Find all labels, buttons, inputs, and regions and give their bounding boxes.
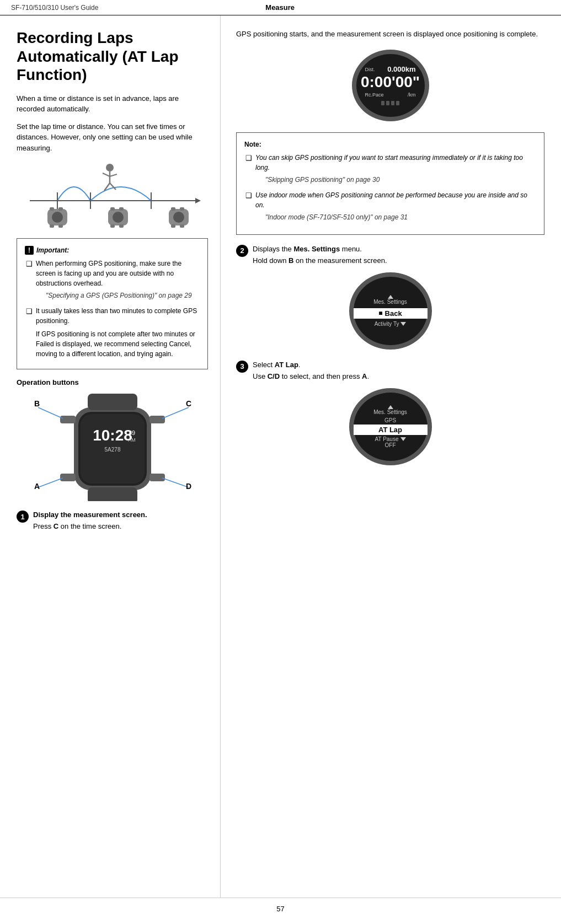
svg-text:B: B (34, 399, 40, 408)
checkbox-sym-1: ❑ (26, 259, 33, 303)
header-title: Measure (98, 3, 462, 12)
important-item-2: ❑ It usually takes less than two minutes… (25, 306, 200, 359)
operation-buttons-title: Operation buttons (17, 378, 208, 386)
svg-text:39: 39 (128, 429, 135, 436)
svg-rect-12 (110, 207, 115, 211)
pace-unit: /km (408, 92, 416, 98)
note-link-2[interactable]: "Indoor mode (SF-710/SF-510 only)" on pa… (265, 212, 536, 222)
svg-rect-14 (110, 224, 115, 228)
time-value: 0:00'00" (361, 74, 420, 90)
svg-rect-9 (58, 224, 63, 228)
at-lap-title: Mes. Settings (373, 409, 407, 415)
svg-rect-40 (60, 474, 76, 481)
svg-rect-19 (180, 207, 184, 211)
content-area: Recording Laps Automatically (AT Lap Fun… (0, 15, 561, 898)
important-title: ! Important: (25, 245, 200, 255)
dist-value: 0.000km (387, 65, 415, 73)
at-lap-triangle-up (388, 405, 393, 409)
svg-line-46 (38, 478, 63, 487)
step-3-content: Select AT Lap. Use C/D to select, and th… (253, 361, 544, 380)
important-item-1-text: When performing GPS positioning, make su… (36, 259, 200, 303)
svg-rect-39 (149, 416, 165, 423)
step-1-content: Display the measurement screen. Press C … (33, 511, 208, 530)
svg-point-23 (106, 164, 114, 171)
step-3-row: 3 Select AT Lap. Use C/D to select, and … (236, 361, 544, 380)
important-icon: ! (25, 246, 34, 255)
watch-diagram: 10:28 39 AM 5A278 (30, 391, 195, 503)
svg-line-25 (103, 173, 110, 176)
svg-rect-6 (50, 207, 54, 211)
svg-text:D: D (186, 482, 191, 491)
header-left: SF-710/510/310 User's Guide (11, 4, 98, 12)
mes-settings-title: Mes. Settings (373, 299, 407, 305)
svg-text:C: C (186, 399, 191, 408)
page: SF-710/510/310 User's Guide Measure Reco… (0, 0, 561, 924)
step-2-title: Displays the Mes. Settings menu. (253, 245, 544, 253)
svg-line-48 (162, 478, 189, 487)
header: SF-710/510/310 User's Guide Measure (0, 0, 561, 15)
svg-rect-8 (50, 224, 54, 228)
note-box: Note: ❑ You can skip GPS positioning if … (236, 132, 544, 235)
checkbox-sym-2: ❑ (26, 306, 33, 359)
important-item-1: ❑ When performing GPS positioning, make … (25, 259, 200, 303)
svg-rect-13 (119, 207, 124, 211)
back-label: Back (385, 309, 402, 318)
step-3-badge: 3 (236, 361, 248, 373)
note-item-2: ❑ Use indoor mode when GPS positioning c… (244, 190, 536, 224)
important-box: ! Important: ❑ When performing GPS posit… (17, 238, 208, 369)
step-1-badge: 1 (17, 511, 29, 523)
step-1-row: 1 Display the measurement screen. Press … (17, 511, 208, 530)
at-lap-triangle-down (400, 437, 406, 441)
page-title: Recording Laps Automatically (AT Lap Fun… (17, 29, 208, 84)
important-link-1[interactable]: "Specifying a GPS (GPS Positioning)" on … (46, 291, 200, 300)
svg-rect-41 (149, 474, 165, 481)
page-number: 57 (276, 905, 284, 913)
mes-settings-screen: Mes. Settings ■ Back Activity Ty (349, 272, 432, 350)
step-2-row: 2 Displays the Mes. Settings menu. Hold … (236, 245, 544, 265)
at-lap-screen: Mes. Settings GPS AT Lap AT Pause OFF (349, 388, 432, 465)
pace-label: Rc.Pace (365, 92, 384, 98)
svg-rect-15 (119, 224, 124, 228)
important-item-2-extra: If GPS positioning is not complete after… (36, 329, 200, 359)
page-footer: 57 (0, 898, 561, 922)
step-3-section: 3 Select AT Lap. Use C/D to select, and … (236, 361, 544, 465)
svg-line-26 (110, 174, 117, 176)
at-lap-selected: AT Lap (354, 425, 428, 435)
svg-text:AM: AM (128, 437, 136, 443)
intro-text2: Set the lap time or distance. You can se… (17, 121, 208, 154)
svg-rect-37 (88, 487, 137, 501)
step-2-badge: 2 (236, 245, 248, 257)
step-1-detail: Press C on the time screen. (33, 522, 208, 530)
triangle-up-icon (388, 295, 393, 299)
note-checkbox-1: ❑ (245, 153, 252, 187)
triangle-down-icon (400, 322, 406, 326)
svg-marker-1 (195, 198, 201, 203)
note-item-2-text: Use indoor mode when GPS positioning can… (255, 190, 536, 224)
svg-rect-36 (88, 394, 137, 410)
at-lap-gps: GPS (384, 417, 396, 423)
svg-rect-20 (171, 224, 175, 228)
mes-back-row: ■ Back (354, 308, 428, 319)
svg-text:A: A (34, 482, 40, 491)
gps-bar-icons (381, 101, 399, 105)
svg-line-42 (38, 407, 63, 418)
note-item-1-text: You can skip GPS positioning if you want… (255, 153, 536, 187)
svg-point-22 (173, 212, 184, 223)
step-2-section: 2 Displays the Mes. Settings menu. Hold … (236, 245, 544, 350)
step-3-detail: Use C/D to select, and then press A. (253, 372, 544, 380)
at-lap-off: OFF (385, 442, 396, 448)
right-column: GPS positioning starts, and the measurem… (221, 15, 561, 898)
gps-screen: Dist. 0.000km 0:00'00" Rc.Pace /km (352, 50, 429, 121)
step-2-detail: Hold down B on the measurement screen. (253, 256, 544, 265)
note-checkbox-2: ❑ (245, 190, 252, 224)
svg-line-44 (162, 407, 189, 418)
svg-rect-7 (58, 207, 63, 211)
svg-point-16 (113, 212, 124, 223)
svg-rect-21 (180, 224, 184, 228)
step-3-title: Select AT Lap. (253, 361, 544, 369)
mes-activity-row: Activity Ty (375, 321, 407, 327)
note-link-1[interactable]: "Skipping GPS positioning" on page 30 (265, 175, 536, 185)
svg-text:5A278: 5A278 (104, 447, 120, 453)
note-title: Note: (244, 139, 536, 149)
runner-diagram (17, 162, 208, 228)
